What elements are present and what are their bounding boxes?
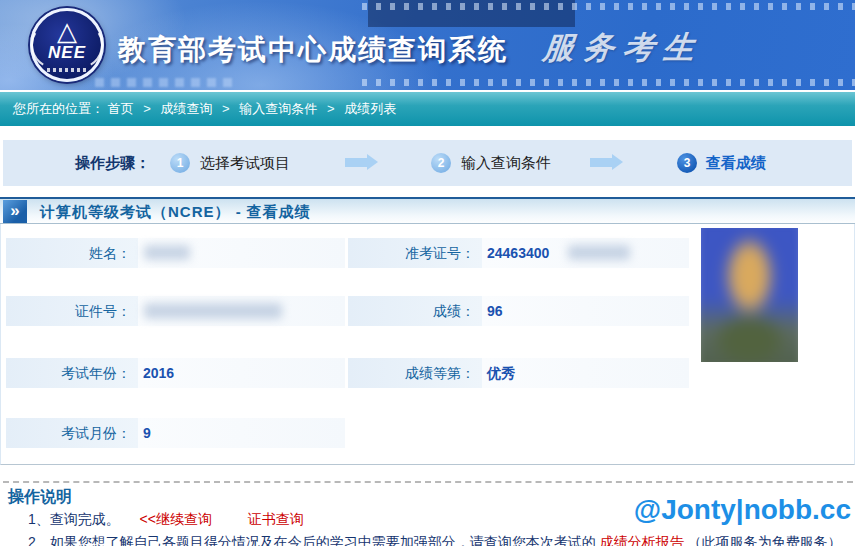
step-2-badge: 2 <box>431 153 451 173</box>
breadcrumb-score-query[interactable]: 成绩查询 <box>160 101 212 116</box>
score-query-page: △ NEE 教育部考试中心成绩查询系统 服务考生 您所在的位置： 首页 > 成绩… <box>0 0 855 546</box>
section-title: 计算机等级考试（NCRE） - 查看成绩 <box>40 203 311 222</box>
arrow-right-icon <box>345 158 367 167</box>
exam-month-value: 9 <box>138 418 345 448</box>
step-3-badge: 3 <box>677 153 697 173</box>
score-value: 96 <box>482 296 689 326</box>
certificate-query-link[interactable]: 证书查询 <box>248 511 304 527</box>
breadcrumb-home[interactable]: 首页 <box>108 101 134 116</box>
logo-triangle-icon: △ <box>33 18 101 44</box>
breadcrumb-separator: > <box>321 101 341 116</box>
result-panel: 姓名： 准考证号： 24463400 证件号： 成绩： 96 考试年份： 201… <box>0 224 855 465</box>
candidate-photo <box>701 228 798 362</box>
site-title: 教育部考试中心成绩查询系统 <box>118 31 508 69</box>
name-label: 姓名： <box>6 238 138 268</box>
double-chevron-icon: » <box>3 200 27 223</box>
ticket-redacted-blob <box>568 245 630 260</box>
continue-query-link[interactable]: <<继续查询 <box>140 511 212 527</box>
instruction-line-1: 1、查询完成。 <<继续查询 证书查询 <box>28 511 304 529</box>
steps-label: 操作步骤： <box>75 154 150 173</box>
breadcrumb-separator: > <box>216 101 236 116</box>
breadcrumb-score-list[interactable]: 成绩列表 <box>344 101 396 116</box>
breadcrumb-separator: > <box>137 101 157 116</box>
breadcrumb: 您所在的位置： 首页 > 成绩查询 > 输入查询条件 > 成绩列表 <box>0 92 855 126</box>
step-1-label: 选择考试项目 <box>200 154 290 173</box>
header-banner: △ NEE 教育部考试中心成绩查询系统 服务考生 <box>0 0 855 90</box>
exam-year-value: 2016 <box>138 358 345 388</box>
name-redacted-blob <box>144 245 190 260</box>
id-redacted-blob <box>144 303 282 319</box>
steps-bar: 操作步骤： 1 选择考试项目 2 输入查询条件 3 查看成绩 <box>3 140 852 186</box>
free-service-note: （此项服务为免费服务） <box>688 534 842 546</box>
breadcrumb-enter-conditions[interactable]: 输入查询条件 <box>239 101 317 116</box>
query-complete-text: 1、查询完成。 <box>28 511 120 527</box>
analysis-hint-text: 2、如果您想了解自己各题目得分情况及在今后的学习中需要加强部分，请查询您本次考试… <box>28 534 600 546</box>
id-label: 证件号： <box>6 296 138 326</box>
header-texture <box>95 78 235 87</box>
dashed-divider <box>3 481 853 483</box>
header-slogan: 服务考生 <box>541 27 705 69</box>
watermark: @Jonty|nobb.cc <box>634 494 851 526</box>
ticket-label: 准考证号： <box>348 238 482 268</box>
breadcrumb-prefix: 您所在的位置： <box>13 101 104 116</box>
candidate-photo-blur <box>701 228 798 362</box>
filmstrip-bottom-decoration <box>362 79 855 86</box>
logo-text: NEE <box>33 43 101 63</box>
grade-value: 优秀 <box>482 358 689 388</box>
grade-label: 成绩等第： <box>348 358 482 388</box>
exam-month-label: 考试月份： <box>6 418 138 448</box>
score-label: 成绩： <box>348 296 482 326</box>
score-analysis-report-link[interactable]: 成绩分析报告 <box>600 534 684 546</box>
arrow-right-icon <box>590 158 612 167</box>
neea-logo-icon: △ NEE <box>30 8 104 82</box>
section-header: » 计算机等级考试（NCRE） - 查看成绩 <box>0 197 855 224</box>
instructions-title: 操作说明 <box>8 487 72 508</box>
logo-base-decoration <box>47 68 87 72</box>
exam-year-label: 考试年份： <box>6 358 138 388</box>
step-3-label: 查看成绩 <box>706 154 766 173</box>
instruction-line-2: 2、如果您想了解自己各题目得分情况及在今后的学习中需要加强部分，请查询您本次考试… <box>28 534 842 546</box>
filmstrip-top-decoration <box>362 3 855 10</box>
step-1-badge: 1 <box>170 153 190 173</box>
step-2-label: 输入查询条件 <box>461 154 551 173</box>
